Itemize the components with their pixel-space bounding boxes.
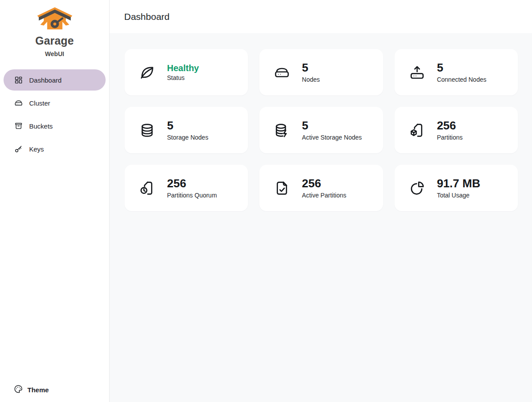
stat-card: 5 Storage Nodes bbox=[125, 107, 248, 153]
stat-label: Storage Nodes bbox=[167, 134, 208, 141]
stat-value: 256 bbox=[437, 119, 463, 132]
garage-logo-icon bbox=[35, 6, 74, 33]
key-icon bbox=[14, 144, 23, 153]
stat-label: Partitions Quorum bbox=[167, 192, 217, 199]
stat-card: 256 Active Partitions bbox=[259, 165, 383, 211]
sidebar-item-label: Dashboard bbox=[29, 76, 61, 84]
stat-value: 256 bbox=[302, 177, 346, 190]
theme-button[interactable]: Theme bbox=[0, 384, 109, 395]
stat-card: 256 Partitions bbox=[395, 107, 518, 153]
stat-value: 5 bbox=[302, 119, 361, 132]
database-lightning-icon bbox=[274, 122, 290, 139]
stat-label: Active Storage Nodes bbox=[302, 134, 361, 141]
stat-card: 5 Nodes bbox=[259, 49, 383, 95]
stat-value: 5 bbox=[437, 61, 486, 74]
app-subtitle: WebUI bbox=[45, 50, 64, 57]
stat-value: 5 bbox=[167, 119, 208, 132]
stat-label: Connected Nodes bbox=[437, 76, 486, 83]
stat-value: Healthy bbox=[167, 63, 199, 73]
file-cube-icon bbox=[409, 122, 426, 139]
stat-label: Active Partitions bbox=[302, 192, 346, 199]
stat-label: Status bbox=[167, 74, 199, 81]
sidebar-item-label: Keys bbox=[29, 145, 44, 153]
stat-label: Nodes bbox=[302, 76, 319, 83]
stat-value: 256 bbox=[167, 177, 217, 190]
sidebar: Garage WebUI Dashboard Cluster Buckets K… bbox=[0, 0, 110, 402]
sidebar-item-label: Buckets bbox=[29, 122, 53, 130]
stat-card: 5 Active Storage Nodes bbox=[259, 107, 383, 153]
stat-card: 91.7 MB Total Usage bbox=[395, 165, 518, 211]
stat-card: 5 Connected Nodes bbox=[395, 49, 518, 95]
stat-card: Healthy Status bbox=[125, 49, 248, 95]
file-gauge-icon bbox=[139, 180, 156, 197]
theme-button-label: Theme bbox=[27, 386, 49, 394]
dashboard-content: Healthy Status 5 Nodes 5 Connected Nodes… bbox=[110, 33, 532, 402]
leaf-icon bbox=[139, 64, 156, 81]
stats-grid: Healthy Status 5 Nodes 5 Connected Nodes… bbox=[125, 49, 518, 211]
pie-chart-icon bbox=[409, 180, 426, 197]
page-header: Dashboard bbox=[110, 0, 532, 33]
app-window: Garage WebUI Dashboard Cluster Buckets K… bbox=[0, 0, 532, 402]
page-title: Dashboard bbox=[124, 11, 170, 22]
file-check-icon bbox=[274, 180, 290, 197]
app-name: Garage bbox=[35, 34, 74, 47]
hdd-upload-icon bbox=[409, 64, 426, 81]
stat-card: 256 Partitions Quorum bbox=[125, 165, 248, 211]
dashboard-grid-icon bbox=[14, 76, 23, 84]
sidebar-item-dashboard[interactable]: Dashboard bbox=[4, 69, 106, 91]
main-area: Dashboard Healthy Status 5 Nodes 5 Conne… bbox=[110, 0, 532, 402]
stat-value: 5 bbox=[302, 61, 319, 74]
database-icon bbox=[139, 122, 156, 139]
sidebar-item-buckets[interactable]: Buckets bbox=[4, 115, 106, 137]
bucket-icon bbox=[14, 121, 23, 130]
sidebar-item-label: Cluster bbox=[29, 99, 50, 107]
sidebar-nav: Dashboard Cluster Buckets Keys bbox=[0, 69, 109, 159]
hdd-icon bbox=[14, 99, 23, 107]
stat-value: 91.7 MB bbox=[437, 177, 480, 190]
stat-label: Partitions bbox=[437, 134, 463, 141]
stat-label: Total Usage bbox=[437, 192, 480, 199]
palette-icon bbox=[14, 384, 23, 395]
sidebar-item-keys[interactable]: Keys bbox=[4, 138, 106, 159]
logo-block: Garage WebUI bbox=[0, 0, 109, 57]
sidebar-item-cluster[interactable]: Cluster bbox=[4, 92, 106, 114]
hdd-icon bbox=[274, 64, 290, 81]
